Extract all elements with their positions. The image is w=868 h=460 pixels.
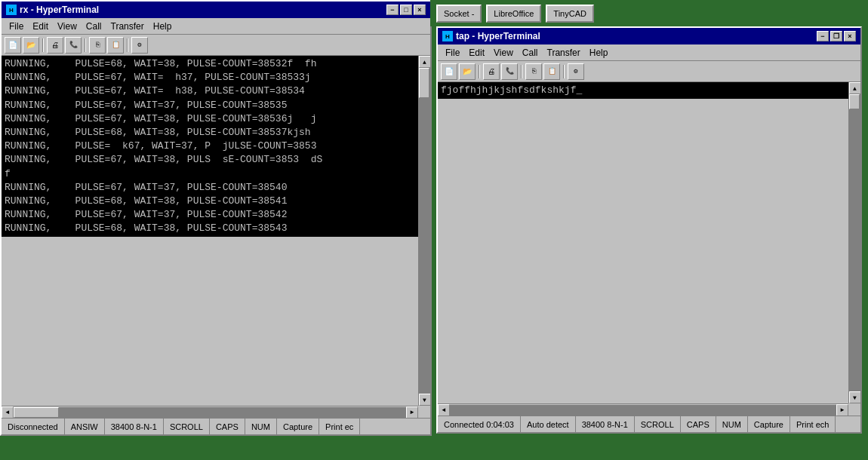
- tap-copy-btn[interactable]: ⎘: [525, 63, 542, 80]
- libreoffice-label: LibreOffice: [494, 9, 534, 18]
- tinycad-label: TinyCAD: [553, 9, 586, 18]
- rx-status-caps: CAPS: [210, 419, 245, 434]
- rx-status-connection: Disconnected: [2, 419, 65, 434]
- tap-menu-call[interactable]: Call: [518, 46, 543, 60]
- rx-terminal-line: RUNNING, PULSE=68, WAIT=38, PULSE-COUNT=…: [5, 57, 415, 71]
- tap-status-encoding: Auto detect: [521, 416, 576, 432]
- rx-menu-file[interactable]: File: [5, 20, 28, 33]
- tap-scroll-right-btn[interactable]: ►: [836, 404, 848, 416]
- tap-scrollbar-h[interactable]: ◄ ►: [438, 403, 848, 416]
- rx-status-num: NUM: [245, 419, 277, 434]
- tap-status-num: NUM: [716, 416, 748, 432]
- tap-paste-btn[interactable]: 📋: [543, 63, 560, 80]
- rx-menu-view[interactable]: View: [53, 20, 82, 33]
- tap-hyperterminal-window: H tap - HyperTerminal − ❐ × File Edit Vi…: [436, 26, 862, 434]
- rx-paste-btn[interactable]: 📋: [107, 37, 124, 54]
- tap-menu-file[interactable]: File: [441, 46, 464, 60]
- tap-menu-bar: File Edit View Call Transfer Help: [438, 44, 860, 61]
- rx-scroll-up-btn[interactable]: ▲: [419, 56, 431, 68]
- tap-dial-btn[interactable]: 📞: [501, 63, 518, 80]
- rx-status-scroll: SCROLL: [164, 419, 210, 434]
- tap-status-capture: Capture: [748, 416, 790, 432]
- tap-scroll-down-btn[interactable]: ▼: [849, 391, 861, 403]
- tap-open-btn[interactable]: 📂: [459, 63, 476, 80]
- rx-toolbar-sep2: [85, 38, 86, 52]
- tap-menu-help[interactable]: Help: [585, 46, 613, 60]
- tap-status-connection: Connected 0:04:03: [438, 416, 521, 432]
- tap-toolbar-sep3: [563, 65, 565, 78]
- tinycad-taskbar-btn[interactable]: TinyCAD: [546, 5, 594, 23]
- rx-menu-call[interactable]: Call: [82, 20, 106, 33]
- rx-status-bar: Disconnected ANSIW 38400 8-N-1 SCROLL CA…: [2, 418, 430, 434]
- rx-terminal-line: RUNNING, PULSE=67, WAIT= h38, PULSE-COUN…: [5, 84, 415, 98]
- rx-open-btn[interactable]: 📂: [23, 37, 39, 54]
- rx-terminal-line: RUNNING, PULSE=68, WAIT=38, PULSE-COUNT=…: [5, 222, 415, 235]
- rx-hyperterminal-window: H rx - HyperTerminal − □ × File Edit Vie…: [0, 0, 432, 436]
- rx-terminal-line: RUNNING, PULSE=67, WAIT=37, PULSE-COUNT=…: [5, 181, 415, 195]
- rx-scrollbar-h[interactable]: ◄ ►: [2, 406, 418, 418]
- rx-terminal-line: RUNNING, PULSE=67, WAIT=37, PULSE-COUNT=…: [5, 99, 415, 112]
- rx-terminal-line: f: [5, 167, 415, 181]
- rx-terminal-area[interactable]: RUNNING, PULSE=68, WAIT=38, PULSE-COUNT=…: [2, 56, 418, 237]
- rx-scroll-left-btn[interactable]: ◄: [2, 406, 14, 419]
- tap-new-btn[interactable]: 📄: [441, 63, 457, 80]
- rx-menu-help[interactable]: Help: [149, 20, 177, 33]
- rx-scroll-down-btn[interactable]: ▼: [419, 394, 431, 406]
- rx-terminal-line: RUNNING, PULSE=68, WAIT=38, PULSE-COUNT=…: [5, 195, 415, 208]
- rx-scroll-right-btn[interactable]: ►: [406, 406, 418, 419]
- rx-copy-btn[interactable]: ⎘: [89, 37, 106, 54]
- rx-maximize-btn[interactable]: □: [400, 5, 412, 15]
- libreoffice-taskbar-btn[interactable]: LibreOffice: [486, 5, 541, 23]
- tap-scroll-up-btn[interactable]: ▲: [849, 82, 861, 94]
- tap-toolbar-sep2: [521, 65, 522, 78]
- rx-status-encoding: ANSIW: [65, 419, 105, 434]
- rx-window-icon: H: [6, 5, 17, 15]
- tap-menu-edit[interactable]: Edit: [464, 46, 489, 60]
- tap-window-icon: H: [442, 31, 453, 41]
- tap-scroll-thumb-v[interactable]: [849, 94, 860, 109]
- rx-scroll-area: RUNNING, PULSE=68, WAIT=38, PULSE-COUNT=…: [2, 56, 430, 406]
- tap-status-baud: 38400 8-N-1: [576, 416, 635, 432]
- tap-menu-view[interactable]: View: [489, 46, 518, 60]
- rx-scroll-thumb-h[interactable]: [14, 407, 59, 418]
- tap-scrollbar-v[interactable]: ▲ ▼: [848, 82, 860, 403]
- tap-menu-transfer[interactable]: Transfer: [543, 46, 585, 60]
- rx-minimize-btn[interactable]: −: [386, 5, 399, 15]
- tap-terminal-line: fjoffhjhjkjshfsdfkshkjf_: [441, 84, 845, 97]
- rx-menu-edit[interactable]: Edit: [28, 20, 53, 33]
- rx-print-btn[interactable]: 🖨: [47, 37, 63, 54]
- rx-scroll-track-v[interactable]: [419, 68, 430, 394]
- rx-settings-btn[interactable]: ⚙: [131, 37, 148, 54]
- rx-close-btn[interactable]: ×: [414, 5, 426, 15]
- rx-scroll-track-h[interactable]: [14, 407, 406, 418]
- rx-terminal-line: RUNNING, PULSE=68, WAIT=38, PULSE-COUNT=…: [5, 126, 415, 140]
- tap-minimize-btn[interactable]: −: [817, 31, 829, 41]
- rx-dial-btn[interactable]: 📞: [65, 37, 82, 54]
- tap-status-print: Print ech: [790, 416, 836, 432]
- socket-title-text: Socket -: [444, 9, 474, 18]
- rx-title-text: rx - HyperTerminal: [20, 5, 99, 15]
- rx-terminal-line: RUNNING, PULSE=67, WAIT=38, PULSE-COUNT=…: [5, 112, 415, 126]
- socket-title-bar: Socket -: [436, 5, 482, 23]
- tap-status-bar: Connected 0:04:03 Auto detect 38400 8-N-…: [438, 416, 860, 432]
- rx-new-btn[interactable]: 📄: [5, 37, 21, 54]
- rx-scrollbar-v[interactable]: ▲ ▼: [418, 56, 430, 406]
- tap-title-bar: H tap - HyperTerminal − ❐ ×: [438, 28, 860, 44]
- rx-terminal-content: RUNNING, PULSE=68, WAIT=38, PULSE-COUNT=…: [2, 56, 418, 406]
- tap-scroll-left-btn[interactable]: ◄: [438, 404, 450, 416]
- rx-menu-transfer[interactable]: Transfer: [106, 20, 149, 33]
- tap-print-btn[interactable]: 🖨: [483, 63, 500, 80]
- rx-toolbar-sep1: [42, 38, 44, 52]
- rx-terminal-line: RUNNING, PULSE= k67, WAIT=37, P jULSE-CO…: [5, 140, 415, 153]
- tap-settings-btn[interactable]: ⚙: [568, 63, 584, 80]
- rx-toolbar: 📄 📂 🖨 📞 ⎘ 📋 ⚙: [2, 35, 430, 56]
- tap-close-btn[interactable]: ×: [844, 31, 856, 41]
- rx-menu-bar: File Edit View Call Transfer Help: [2, 18, 430, 35]
- tap-scroll-area: fjoffhjhjkjshfsdfkshkjf_ ▲ ▼: [438, 82, 860, 403]
- tap-scroll-track-h[interactable]: [450, 405, 836, 416]
- tap-terminal-area[interactable]: fjoffhjhjkjshfsdfkshkjf_: [438, 82, 848, 99]
- tap-restore-btn[interactable]: ❐: [830, 31, 842, 41]
- rx-status-baud: 38400 8-N-1: [105, 419, 164, 434]
- rx-scroll-thumb-v[interactable]: [419, 68, 429, 98]
- tap-scroll-track-v[interactable]: [849, 94, 860, 391]
